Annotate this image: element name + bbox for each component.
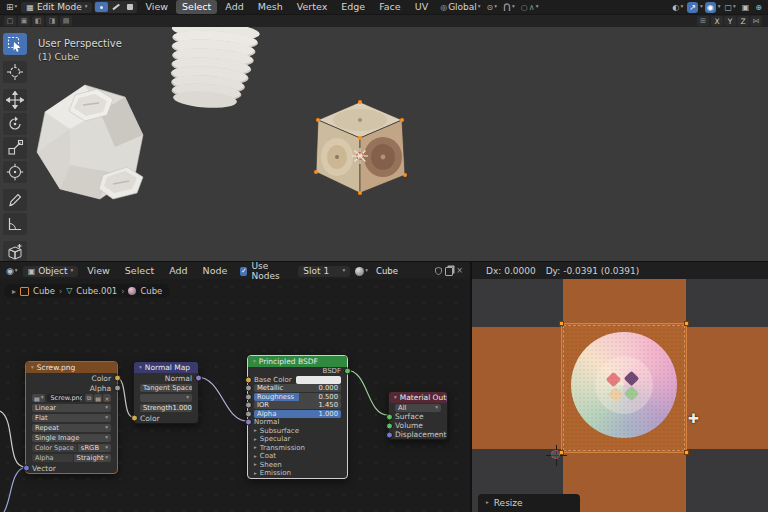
unlink-image-icon[interactable]: × <box>103 394 111 402</box>
mirror-z-toggle[interactable]: Z <box>737 16 749 26</box>
section-subsurface[interactable]: ▸Subsurface <box>248 427 347 436</box>
roughness-slider[interactable]: Roughness0.500 <box>254 393 341 401</box>
section-coat[interactable]: ▸Coat <box>248 452 347 461</box>
orientation-dropdown[interactable]: ◎ Global ▾ <box>438 2 482 13</box>
uv-vertex-handle[interactable] <box>684 450 689 455</box>
shader-node-editor[interactable]: ▸ Cube › ▽ Cube.001 › Cube ▾ Screw.png C… <box>0 279 470 512</box>
show-gizmo-toggle[interactable]: ↗ <box>687 2 698 13</box>
scale-tool[interactable] <box>3 137 27 159</box>
vector-input-socket[interactable] <box>23 465 30 472</box>
space-dropdown[interactable]: Tangent Space▾ <box>140 384 192 392</box>
menu-add[interactable]: Add <box>163 264 193 278</box>
cursor-tool[interactable] <box>3 61 27 83</box>
select-box-tool[interactable] <box>3 33 27 55</box>
section-sheen[interactable]: ▸Sheen <box>248 461 347 470</box>
material-output-node[interactable]: ▾ Material Output All▾ Surface Volume Di… <box>388 391 448 440</box>
uv-selection-face[interactable] <box>561 323 687 453</box>
target-dropdown[interactable]: All▾ <box>395 404 441 412</box>
metallic-input-socket[interactable] <box>245 385 252 392</box>
normal-input-socket[interactable] <box>245 419 252 426</box>
material-name-field[interactable]: Cube × <box>373 265 466 277</box>
menu-select[interactable]: Select <box>176 0 217 14</box>
snap-toggle[interactable]: ▾ <box>501 2 517 13</box>
pivot-dropdown[interactable]: ⊙ ▾ <box>485 2 499 13</box>
add-cube-tool[interactable] <box>3 241 27 261</box>
ior-slider[interactable]: IOR1.450 <box>254 401 341 409</box>
tool-settings-button[interactable]: ▤ <box>60 16 72 26</box>
base-color-input-socket[interactable] <box>245 376 252 383</box>
mirror-x-toggle[interactable]: X <box>711 16 723 26</box>
principled-bsdf-node[interactable]: ▾ Principled BSDF BSDF Base Color Metall… <box>247 355 348 479</box>
source-dropdown[interactable]: Single Image▾ <box>32 434 111 442</box>
section-emission[interactable]: ▸Emission <box>248 469 347 478</box>
material-browse-dropdown[interactable]: ▾ <box>353 266 370 277</box>
alpha-input-socket[interactable] <box>245 410 252 417</box>
strength-slider[interactable]: Strength1.000 <box>140 404 192 412</box>
vertex-select-button[interactable] <box>95 2 108 12</box>
interpolation-dropdown[interactable]: Linear▾ <box>32 404 111 412</box>
section-transmission[interactable]: ▸Transmission <box>248 444 347 453</box>
collapse-icon[interactable]: ▾ <box>139 365 142 371</box>
menu-select[interactable]: Select <box>119 264 160 278</box>
use-nodes-toggle[interactable]: ✓ Use Nodes <box>240 261 289 281</box>
extension-dropdown[interactable]: Repeat▾ <box>32 424 111 432</box>
color-output-socket[interactable] <box>114 375 121 382</box>
collapse-icon[interactable]: ▾ <box>394 395 397 401</box>
metallic-slider[interactable]: Metallic0.000 <box>254 384 341 392</box>
copy-image-icon[interactable]: ⧉ <box>85 394 93 402</box>
bsdf-output-socket[interactable] <box>344 368 351 375</box>
annotate-tool[interactable] <box>3 189 27 211</box>
transform-tool[interactable] <box>3 161 27 183</box>
menu-face[interactable]: Face <box>373 0 406 14</box>
uv-image-editor[interactable]: ✚ ▸ Resize <box>470 279 768 512</box>
face-select-button[interactable] <box>123 2 136 12</box>
menu-uv[interactable]: UV <box>409 0 434 14</box>
editor-type-button[interactable]: ◉ ▾ <box>4 266 20 277</box>
screw-object[interactable] <box>162 27 264 122</box>
editor-type-button[interactable]: ⊞ ▾ <box>4 2 19 13</box>
tool-settings-button[interactable]: ◧ <box>32 16 44 26</box>
mirror-options-icon[interactable]: ⋈ <box>750 16 762 26</box>
collapse-icon[interactable]: ▾ <box>253 359 256 365</box>
surface-input-socket[interactable] <box>386 413 393 420</box>
menu-view[interactable]: View <box>139 0 174 14</box>
mirror-y-toggle[interactable]: Y <box>724 16 736 26</box>
transform-options-icon[interactable]: ⊞ <box>697 16 709 26</box>
volume-input-socket[interactable] <box>386 422 393 429</box>
unlink-close-icon[interactable]: × <box>456 267 463 275</box>
breadcrumb-object[interactable]: Cube <box>33 286 55 296</box>
slot-dropdown[interactable]: Slot 1 ▾ <box>298 266 350 277</box>
shading-solid-button[interactable]: ▣ <box>740 2 752 13</box>
menu-view[interactable]: View <box>81 264 116 278</box>
alpha-output-socket[interactable] <box>114 385 121 392</box>
move-tool[interactable] <box>3 89 27 111</box>
cube-object[interactable] <box>306 96 414 202</box>
image-name-field[interactable]: Screw.png <box>47 394 82 402</box>
tool-settings-button[interactable]: ▢ <box>4 16 16 26</box>
proportional-editing-toggle[interactable]: ○ ∧ ▾ <box>519 2 541 13</box>
breadcrumb-material[interactable]: Cube <box>140 286 162 296</box>
menu-node[interactable]: Node <box>197 264 234 278</box>
measure-tool[interactable] <box>3 213 27 235</box>
menu-edge[interactable]: Edge <box>335 0 371 14</box>
resize-operator-panel[interactable]: ▸ Resize <box>478 494 580 512</box>
tool-settings-button[interactable]: ▣ <box>18 16 30 26</box>
edge-select-button[interactable] <box>109 2 122 12</box>
normal-output-socket[interactable] <box>195 375 202 382</box>
uv-map-dropdown[interactable]: ▾ <box>140 394 192 402</box>
roughness-input-socket[interactable] <box>245 393 252 400</box>
menu-mesh[interactable]: Mesh <box>252 0 289 14</box>
image-browse-button[interactable]: ▤▾ <box>32 394 45 402</box>
shader-type-dropdown[interactable]: ▣ Object ▾ <box>23 266 79 277</box>
alpha-mode-dropdown[interactable]: Straight▾ <box>74 454 111 462</box>
ior-input-socket[interactable] <box>245 402 252 409</box>
open-image-icon[interactable]: ▤ <box>94 394 102 402</box>
shading-material-button[interactable]: ⊕ <box>753 2 764 13</box>
uv-vertex-handle[interactable] <box>684 321 689 326</box>
image-texture-node[interactable]: ▾ Screw.png Color Alpha ▤▾ Screw.png ⧉ ▤… <box>25 361 118 474</box>
uv-vertex-handle[interactable] <box>559 321 564 326</box>
3d-viewport[interactable]: User Perspective (1) Cube <box>0 27 768 261</box>
section-specular[interactable]: ▸Specular <box>248 435 347 444</box>
displacement-input-socket[interactable] <box>386 431 393 438</box>
tool-settings-button[interactable]: ◨ <box>46 16 58 26</box>
